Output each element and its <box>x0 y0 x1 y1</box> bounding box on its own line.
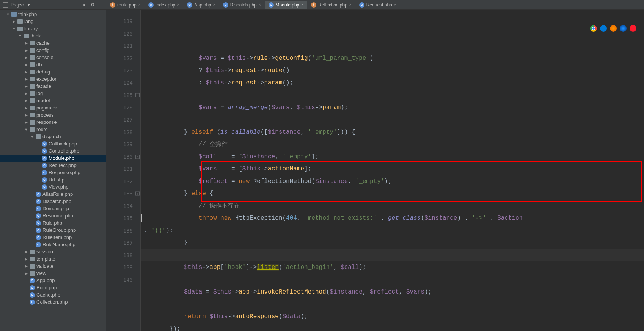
fold-icon[interactable]: + <box>135 192 140 196</box>
tree-arrow-icon[interactable]: ▶ <box>24 56 28 59</box>
tree-item-cache-php[interactable]: CCache.php <box>0 291 106 298</box>
tree-item-response-php[interactable]: CResponse.php <box>0 169 106 176</box>
tree-arrow-icon[interactable]: ▼ <box>30 135 34 139</box>
tree-item-model[interactable]: ▶model <box>0 97 106 104</box>
tree-arrow-icon[interactable]: ▶ <box>24 250 28 254</box>
tree-item-facade[interactable]: ▶facade <box>0 83 106 90</box>
tree-item-dispatch[interactable]: ▼dispatch <box>0 133 106 140</box>
tree-item-response[interactable]: ▶response <box>0 119 106 126</box>
tree-arrow-icon[interactable]: ▶ <box>24 99 28 103</box>
tree-item-app-php[interactable]: CApp.php <box>0 277 106 284</box>
tree-item-template[interactable]: ▶template <box>0 255 106 262</box>
tab-app-php[interactable]: CApp.php× <box>183 1 219 9</box>
tree-item-dispatch-php[interactable]: CDispatch.php <box>0 198 106 205</box>
tree-item-build-php[interactable]: CBuild.php <box>0 284 106 291</box>
tree-arrow-icon[interactable]: ▶ <box>24 120 28 124</box>
fold-icon[interactable]: − <box>135 155 140 159</box>
tab-module-php[interactable]: CModule.php× <box>265 1 308 9</box>
tree-item-ruleitem-php[interactable]: CRuleItem.php <box>0 234 106 241</box>
tree-item-exception[interactable]: ▶exception <box>0 75 106 83</box>
tree-item-resource-php[interactable]: CResource.php <box>0 212 106 219</box>
hide-icon[interactable]: — <box>99 2 103 8</box>
close-icon[interactable]: × <box>349 3 352 7</box>
close-icon[interactable]: × <box>394 3 396 7</box>
code-line[interactable]: }); <box>140 323 644 331</box>
tree-item-route[interactable]: ▼route <box>0 126 106 133</box>
tree-item-validate[interactable]: ▶validate <box>0 262 106 270</box>
fold-icon[interactable]: − <box>135 93 140 97</box>
tree-item-thinkphp[interactable]: ▼thinkphp <box>0 11 106 18</box>
close-icon[interactable]: × <box>301 3 303 7</box>
code-line[interactable] <box>140 89 644 101</box>
tree-arrow-icon[interactable]: ▼ <box>12 27 16 31</box>
tree-item-controller-php[interactable]: CController.php <box>0 147 106 155</box>
tab-reflection-php[interactable]: ⬍Reflection.php× <box>307 1 355 9</box>
close-icon[interactable]: × <box>259 3 261 7</box>
close-icon[interactable]: × <box>213 3 215 7</box>
chrome-icon[interactable] <box>590 25 597 32</box>
tree-item-rulegroup-php[interactable]: CRuleGroup.php <box>0 226 106 234</box>
tree-arrow-icon[interactable]: ▶ <box>24 77 28 81</box>
code-line[interactable] <box>140 249 644 262</box>
code-line[interactable]: . '()'); <box>140 225 644 237</box>
tree-item-view[interactable]: ▶view <box>0 270 106 277</box>
tree-arrow-icon[interactable]: ▼ <box>24 128 28 131</box>
tree-item-callback-php[interactable]: CCallback.php <box>0 140 106 147</box>
project-label[interactable]: Project <box>11 2 25 8</box>
tab-index-php[interactable]: CIndex.php× <box>145 1 184 9</box>
tree-item-redirect-php[interactable]: CRedirect.php <box>0 162 106 169</box>
tree-arrow-icon[interactable]: ▼ <box>18 34 22 38</box>
code-line[interactable]: $vars = $this->rule->getConfig('url_para… <box>140 52 644 65</box>
code-line[interactable]: $data = $this->app->invokeReflectMethod(… <box>140 286 644 298</box>
close-icon[interactable]: × <box>177 3 179 7</box>
tree-item-log[interactable]: ▶log <box>0 90 106 97</box>
code-content[interactable]: $vars = $this->rule->getConfig('url_para… <box>140 10 644 331</box>
tree-item-aliasrule-php[interactable]: CAliasRule.php <box>0 190 106 198</box>
tree-arrow-icon[interactable]: ▶ <box>24 70 28 74</box>
tree-item-rulename-php[interactable]: CRuleName.php <box>0 241 106 248</box>
tab-dispatch-php[interactable]: CDispatch.php× <box>219 1 265 9</box>
code-line[interactable]: $reflect = new ReflectionMethod($instanc… <box>140 175 644 188</box>
code-line[interactable] <box>140 274 644 286</box>
tree-item-rule-php[interactable]: CRule.php <box>0 219 106 226</box>
code-line[interactable]: throw new HttpException(404, 'method not… <box>140 212 644 225</box>
tree-arrow-icon[interactable]: ▼ <box>6 12 10 16</box>
code-line[interactable]: } <box>140 237 644 249</box>
tree-arrow-icon[interactable]: ▶ <box>12 20 16 23</box>
tree-arrow-icon[interactable]: ▶ <box>24 106 28 110</box>
code-line[interactable]: ? $this->request->route() <box>140 64 644 77</box>
code-line[interactable]: // 空操作 <box>140 138 644 151</box>
tree-item-debug[interactable]: ▶debug <box>0 68 106 75</box>
tree-item-module-php[interactable]: CModule.php <box>0 155 106 162</box>
tree-item-lang[interactable]: ▶lang <box>0 18 106 25</box>
code-editor[interactable]: 119120121122123124125−126127128129130−13… <box>106 10 644 331</box>
edge-icon[interactable] <box>600 25 607 32</box>
tree-arrow-icon[interactable]: ▶ <box>24 63 28 67</box>
tree-item-url-php[interactable]: CUrl.php <box>0 176 106 183</box>
tree-arrow-icon[interactable]: ▶ <box>24 48 28 52</box>
code-line[interactable]: $vars = [$this->actionName]; <box>140 163 644 175</box>
tree-item-think[interactable]: ▼think <box>0 32 106 39</box>
code-line[interactable]: // 操作不存在 <box>140 200 644 212</box>
code-line[interactable]: $this->app['hook']->listen('action_begin… <box>140 261 644 274</box>
tree-item-library[interactable]: ▼library <box>0 25 106 32</box>
tree-item-cache[interactable]: ▶cache <box>0 39 106 47</box>
tree-arrow-icon[interactable]: ▶ <box>24 84 28 88</box>
tree-item-view-php[interactable]: CView.php <box>0 183 106 190</box>
tree-item-console[interactable]: ▶console <box>0 54 106 61</box>
firefox-icon[interactable] <box>610 25 617 32</box>
collapse-icon[interactable]: ⇤ <box>83 2 87 8</box>
safari-icon[interactable] <box>620 25 627 32</box>
tree-item-paginator[interactable]: ▶paginator <box>0 104 106 111</box>
tree-arrow-icon[interactable]: ▶ <box>24 264 28 268</box>
tree-arrow-icon[interactable]: ▶ <box>24 272 28 275</box>
code-line[interactable]: $call = [$instance, '_empty']; <box>140 151 644 163</box>
tree-arrow-icon[interactable]: ▶ <box>24 92 28 95</box>
tree-item-collection-php[interactable]: CCollection.php <box>0 298 106 306</box>
tree-item-db[interactable]: ▶db <box>0 61 106 68</box>
tab-request-php[interactable]: CRequest.php× <box>355 1 400 9</box>
code-line[interactable]: $vars = array_merge($vars, $this->param)… <box>140 101 644 114</box>
tree-arrow-icon[interactable]: ▶ <box>24 113 28 117</box>
settings-icon[interactable]: ⚙ <box>91 2 95 8</box>
code-line[interactable]: return $this->autoResponse($data); <box>140 311 644 323</box>
